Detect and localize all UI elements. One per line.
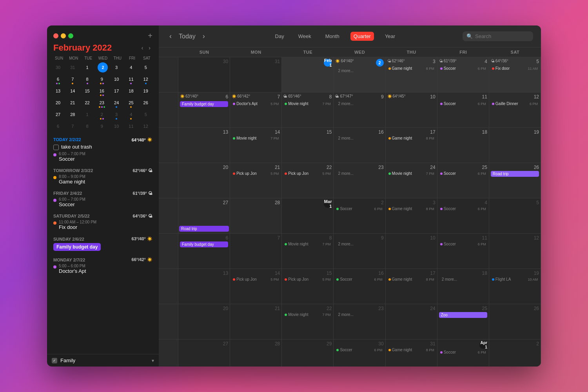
mini-cal-day[interactable]: 3: [110, 109, 123, 120]
cal-event-gamenight-mar3[interactable]: Game night 8 PM: [387, 206, 436, 211]
cal-cell-mar23[interactable]: 23 2 more...: [334, 304, 385, 339]
mini-cal-day[interactable]: 19: [140, 85, 152, 96]
add-event-button[interactable]: +: [148, 32, 152, 40]
today-button[interactable]: Today: [176, 32, 198, 41]
mini-cal-day[interactable]: 12: [140, 121, 152, 132]
mini-cal-day[interactable]: 7: [66, 121, 79, 132]
minimize-button[interactable]: [61, 33, 66, 38]
mini-cal-day[interactable]: 28: [66, 109, 79, 120]
cal-event-zoo-mar25[interactable]: Zoo: [439, 312, 487, 318]
cal-cell-mar20[interactable]: 20: [178, 304, 230, 339]
mini-cal-day[interactable]: 6: [52, 121, 64, 132]
view-quarter-button[interactable]: Quarter: [350, 32, 374, 41]
cal-cell-feb5[interactable]: 🌤64°/36° 5 Fix door 11 AM: [489, 57, 541, 93]
mini-cal-prev[interactable]: ‹: [140, 44, 145, 52]
agenda-item-fixdoor[interactable]: 11:00 AM – 12:00 PM Fix door: [52, 219, 154, 231]
todo-checkbox[interactable]: [53, 145, 59, 150]
mini-cal-day[interactable]: 16: [96, 85, 108, 96]
cal-cell-mar17[interactable]: 17 Game night 8 PM: [386, 269, 437, 304]
mini-cal-day[interactable]: 11: [125, 74, 137, 85]
cal-event-pickupjon-feb22[interactable]: Pick up Jon 5 PM: [283, 171, 332, 176]
cal-cell-mar14[interactable]: 14 Pick up Jon 5 PM: [230, 269, 282, 304]
cal-cell-mar15[interactable]: 15 Pick up Jon 5 PM: [282, 269, 334, 304]
cal-next-button[interactable]: ›: [200, 31, 208, 42]
cal-cell-feb19[interactable]: 19: [489, 128, 541, 163]
cal-cell-mar2[interactable]: 2 Soccer 6 PM: [334, 198, 385, 234]
cal-event-movienight-mar22[interactable]: Movie night 7 PM: [283, 312, 332, 317]
mini-cal-day[interactable]: 13: [52, 85, 64, 96]
cal-cell-mar10[interactable]: 10: [386, 234, 437, 269]
cal-event-soccer-mar4[interactable]: Soccer 6 PM: [439, 206, 487, 211]
close-button[interactable]: [53, 33, 58, 38]
cal-event-soccer-mar2[interactable]: Soccer 6 PM: [335, 206, 383, 211]
mini-cal-day[interactable]: 10: [110, 121, 123, 132]
mini-cal-day[interactable]: 18: [125, 85, 137, 96]
mini-cal-day[interactable]: 20: [52, 97, 64, 108]
cal-event-movienight-feb8[interactable]: Movie night 7 PM: [283, 101, 332, 106]
mini-cal-day[interactable]: 30: [52, 62, 64, 73]
cal-cell-mar26[interactable]: 26: [489, 304, 541, 339]
view-month-button[interactable]: Month: [322, 32, 343, 41]
mini-cal-day[interactable]: 2: [96, 109, 108, 120]
mini-cal-day[interactable]: 6: [52, 74, 64, 85]
sidebar-footer[interactable]: ✓ Family ▾: [47, 354, 159, 367]
agenda-item-trash[interactable]: take out trash: [52, 143, 154, 151]
cal-cell-mar13[interactable]: 13: [178, 269, 230, 304]
cal-event-more-feb2[interactable]: 2 more...: [335, 68, 383, 73]
cal-cell-feb18[interactable]: 18: [437, 128, 489, 163]
agenda-item-family-budget[interactable]: Family budget day: [52, 242, 154, 252]
mini-cal-day[interactable]: 26: [140, 97, 152, 108]
cal-cell-jan31[interactable]: 31: [230, 57, 282, 93]
cal-cell-feb28[interactable]: 28: [230, 198, 282, 234]
cal-event-roadtrip-feb26[interactable]: Road trip: [491, 171, 539, 177]
cal-event-soccer-apr1[interactable]: Soccer 6 PM: [439, 350, 487, 355]
cal-event-gamenight-feb3[interactable]: Game night 8 PM: [387, 66, 436, 71]
cal-cell-feb15[interactable]: 15: [282, 128, 334, 163]
search-input[interactable]: [475, 33, 526, 39]
cal-event-more-feb16[interactable]: 2 more...: [335, 136, 383, 141]
cal-event-movienight-feb24[interactable]: Movie night 7 PM: [387, 171, 436, 176]
cal-cell-mar31[interactable]: 31 Game night 8 PM: [386, 339, 437, 367]
cal-cell-feb24[interactable]: 24 Movie night 7 PM: [386, 163, 437, 198]
cal-event-gailledinner-feb12[interactable]: Gaille Dinner 6 PM: [491, 101, 539, 106]
cal-cell-mar3[interactable]: 3 Game night 8 PM: [386, 198, 437, 234]
cal-event-roadtrip-feb27[interactable]: Road trip: [179, 226, 229, 232]
cal-cell-mar22[interactable]: 22 Movie night 7 PM: [282, 304, 334, 339]
cal-cell-feb13[interactable]: 13: [178, 128, 230, 163]
mini-cal-day[interactable]: 21: [66, 97, 79, 108]
cal-cell-feb12[interactable]: 12 Gaille Dinner 6 PM: [489, 93, 541, 128]
cal-prev-button[interactable]: ‹: [167, 31, 174, 42]
cal-event-docapt-feb7[interactable]: Doctor's Apt 5 PM: [232, 101, 280, 106]
cal-event-more-mar9[interactable]: 2 more...: [335, 241, 383, 247]
cal-event-soccer-feb4[interactable]: Soccer 6 PM: [439, 66, 487, 71]
cal-event-fixdoor-feb5[interactable]: Fix door 11 AM: [491, 66, 539, 71]
cal-cell-mar30[interactable]: 30 Soccer 6 PM: [334, 339, 385, 367]
cal-cell-mar21[interactable]: 21: [230, 304, 282, 339]
cal-event-more-feb9[interactable]: 2 more...: [335, 101, 383, 106]
cal-cell-feb16[interactable]: 16 2 more...: [334, 128, 385, 163]
family-chevron-icon[interactable]: ▾: [152, 358, 154, 363]
mini-cal-day[interactable]: 15: [81, 85, 94, 96]
mini-cal-today[interactable]: 2: [98, 62, 108, 73]
cal-cell-feb2[interactable]: ☀️64°/40° 2 2 more...: [334, 57, 385, 93]
cal-event-familybudget-mar6[interactable]: Family budget day: [180, 241, 228, 247]
search-box[interactable]: 🔍: [463, 31, 533, 41]
cal-event-soccer-feb25[interactable]: Soccer 6 PM: [439, 171, 487, 176]
cal-cell-feb10[interactable]: ☀️64°/45° 10: [386, 93, 437, 128]
mini-cal-day[interactable]: 25: [125, 97, 137, 108]
family-check[interactable]: ✓: [52, 358, 57, 363]
agenda-item-soccer-today[interactable]: 6:00 – 7:00 PM Soccer: [52, 151, 154, 163]
cal-cell-mar28[interactable]: 28: [230, 339, 282, 367]
mini-cal-day[interactable]: 1: [81, 109, 94, 120]
mini-cal-day[interactable]: 14: [66, 85, 79, 96]
cal-cell-feb21[interactable]: 21 Pick up Jon 5 PM: [230, 163, 282, 198]
cal-cell-feb17[interactable]: 17 Game night 8 PM: [386, 128, 437, 163]
view-year-button[interactable]: Year: [382, 32, 398, 41]
mini-cal-next[interactable]: ›: [147, 44, 152, 52]
cal-cell-feb9[interactable]: 🌥67°/47° 9 2 more...: [334, 93, 385, 128]
cal-cell-feb25[interactable]: 25 Soccer 6 PM: [437, 163, 489, 198]
mini-cal-day[interactable]: 23: [96, 97, 108, 108]
agenda-item-soccer-fri[interactable]: 6:00 – 7:00 PM Soccer: [52, 196, 154, 208]
mini-cal-day[interactable]: 17: [110, 85, 123, 96]
mini-cal-day[interactable]: 5: [140, 62, 152, 73]
